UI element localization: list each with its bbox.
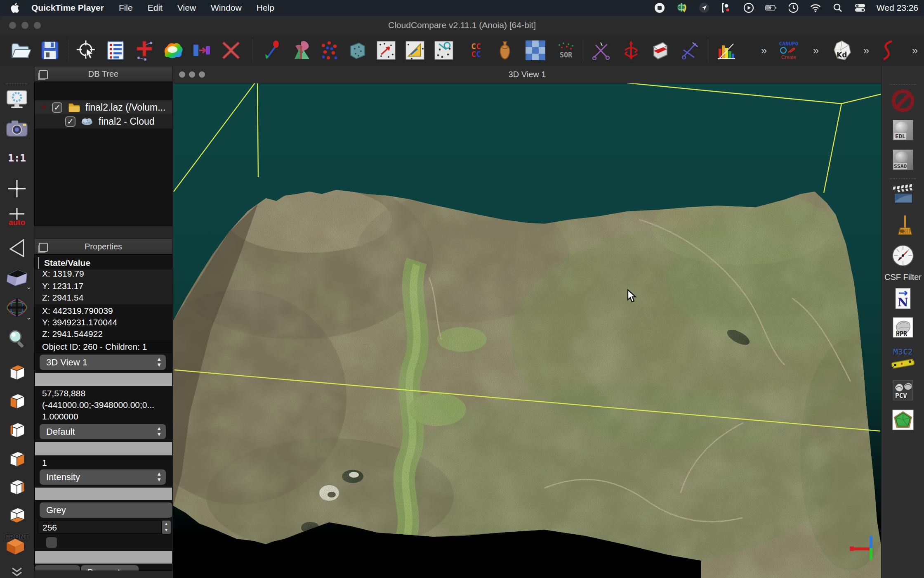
disable-filter-icon[interactable] (882, 89, 924, 112)
toolbar-handle[interactable] (890, 178, 916, 179)
steps-spinbox[interactable]: 256 (38, 521, 162, 534)
properties-panel[interactable]: State/Value X: 1319.79 Y: 1231.17 Z: 294… (34, 254, 172, 571)
play-circle-icon[interactable] (743, 2, 754, 14)
ssao-filter-icon[interactable]: SSAO (882, 149, 924, 170)
octree-button[interactable] (318, 38, 341, 62)
m3c2-icon[interactable]: M3C2 (882, 347, 924, 371)
menu-window[interactable]: Window (211, 3, 242, 13)
menu-help[interactable]: Help (257, 3, 274, 13)
interactor-move-icon[interactable]: ⌄ (2, 296, 31, 320)
perspective-cube-icon[interactable]: ⌄ (2, 265, 31, 289)
screen-record-icon[interactable] (721, 2, 732, 14)
apple-menu-icon[interactable] (9, 2, 21, 14)
window-title-bar[interactable]: CloudCompare v2.11.1 (Anoia) [64-bit] (0, 16, 924, 36)
control-center-icon[interactable] (854, 2, 866, 14)
db-tree-header[interactable]: DB Tree (34, 66, 172, 82)
delete-button[interactable] (219, 38, 243, 62)
view-left-cube-icon[interactable] (2, 418, 31, 442)
toolbar-overflow-chevron[interactable]: » (803, 38, 826, 62)
checkerboard-button[interactable] (524, 38, 547, 62)
menu-app-name[interactable]: QuickTime Player (31, 3, 104, 13)
time-machine-icon[interactable] (787, 2, 799, 14)
menu-clock[interactable]: Wed 23:26 (877, 3, 918, 13)
poisson-amphora-button[interactable] (493, 38, 516, 62)
menu-view[interactable]: View (177, 3, 196, 13)
sor-filter-button[interactable]: SOR (554, 38, 578, 62)
hpr-icon[interactable]: HPR (882, 317, 924, 338)
save-button[interactable] (38, 38, 61, 62)
location-icon[interactable] (698, 2, 710, 14)
wifi-icon[interactable] (810, 2, 821, 14)
toolbar-overflow-chevron[interactable]: » (751, 38, 774, 62)
animation-clapper-icon[interactable] (882, 183, 924, 205)
search-icon[interactable] (832, 2, 844, 14)
align-cc-button[interactable]: CCCC (464, 38, 488, 62)
hull-pentagon-icon[interactable] (882, 410, 924, 430)
3d-viewport[interactable] (173, 83, 881, 578)
clipping-box-button[interactable] (648, 38, 671, 62)
db-tree-panel[interactable]: ✓ final2.laz (/Volum... ✓ final2 - Cloud (34, 82, 172, 226)
zoom-1-1-icon[interactable]: 1:1 (2, 146, 31, 170)
chevron-down-icon[interactable]: ⌄ (26, 283, 31, 291)
visibility-checkbox[interactable]: ✓ (52, 102, 62, 113)
transform-rotate-button[interactable] (620, 38, 643, 62)
edl-filter-icon[interactable]: EDL (882, 120, 924, 140)
sinus-fit-button[interactable] (876, 38, 899, 62)
pcv-icon[interactable]: PCV (882, 380, 924, 400)
properties-header[interactable]: Properties (34, 239, 172, 254)
sensor-cube-button[interactable] (346, 38, 369, 62)
cross-section-button[interactable] (678, 38, 701, 62)
tab-ranges[interactable]: ranges (35, 565, 80, 571)
tree-row-file[interactable]: ✓ final2.laz (/Volum... (35, 100, 172, 114)
merge-button[interactable] (191, 38, 214, 62)
front-iso-cube-icon[interactable]: FRONT (2, 532, 31, 556)
broom-clean-icon[interactable] (882, 215, 924, 238)
toolbar-handle[interactable] (890, 84, 916, 85)
sf-checkbox[interactable] (46, 537, 57, 548)
disclosure-triangle-icon[interactable] (41, 105, 47, 109)
tree-row-cloud[interactable]: ✓ final2 - Cloud (35, 114, 172, 128)
point-list-picking-button[interactable] (133, 38, 156, 62)
float-panel-icon[interactable] (39, 243, 48, 252)
previous-view-icon[interactable] (2, 236, 31, 260)
compute-normals-button[interactable] (262, 38, 285, 62)
current-display-select[interactable]: 3D View 1▲▼ (40, 355, 166, 370)
zoom-magnifier-icon[interactable] (2, 327, 31, 351)
view-top-cube-icon[interactable] (2, 360, 31, 384)
record-stop-icon[interactable] (654, 2, 665, 14)
toolbar-overflow-chevron[interactable]: » (902, 38, 924, 62)
toolbar-handle[interactable] (6, 83, 27, 84)
pick-point-button[interactable] (75, 38, 98, 62)
properties-list-button[interactable] (104, 38, 127, 62)
compass-icon[interactable] (882, 244, 924, 267)
view-front-cube-icon[interactable] (2, 447, 31, 471)
point-picking-button[interactable] (432, 38, 455, 62)
facets-kd-button[interactable]: Kd (830, 38, 853, 62)
3d-view-title-bar[interactable]: 3D View 1 (173, 66, 881, 83)
scalar-field-select[interactable]: Intensity▲▼ (40, 469, 166, 485)
pick-rotation-center-icon[interactable] (2, 177, 31, 201)
open-button[interactable] (9, 38, 32, 62)
toolbar-overflow-chevron[interactable]: » (853, 38, 877, 62)
view-bottom-cube-icon[interactable] (2, 503, 31, 527)
set-colors-button[interactable] (162, 38, 185, 62)
normals-n-icon[interactable]: N (882, 287, 924, 310)
segment-scissors-button[interactable] (589, 38, 613, 62)
canupo-button[interactable]: CANUPOCreate (777, 38, 800, 62)
subsample-button[interactable] (290, 38, 313, 62)
float-panel-icon[interactable] (39, 70, 48, 79)
visibility-checkbox[interactable]: ✓ (65, 116, 75, 127)
register-arrow-button[interactable] (375, 38, 398, 62)
view-back-cube-icon[interactable] (2, 389, 31, 413)
display-settings-icon[interactable] (2, 88, 31, 111)
interpolate-ruler-button[interactable] (403, 38, 427, 62)
view-right-cube-icon[interactable] (2, 475, 31, 499)
network-globe-icon[interactable] (676, 2, 688, 14)
spinbox-arrows[interactable]: ▲▼ (162, 521, 171, 534)
auto-pick-center-icon[interactable]: auto (2, 206, 31, 230)
menu-edit[interactable]: Edit (148, 3, 163, 13)
tab-parameters[interactable]: Parameters (81, 565, 139, 571)
screenshot-camera-icon[interactable] (2, 116, 31, 140)
color-scale-select[interactable]: Grey (40, 502, 172, 518)
chevron-down-icon[interactable]: ⌄ (26, 314, 31, 321)
